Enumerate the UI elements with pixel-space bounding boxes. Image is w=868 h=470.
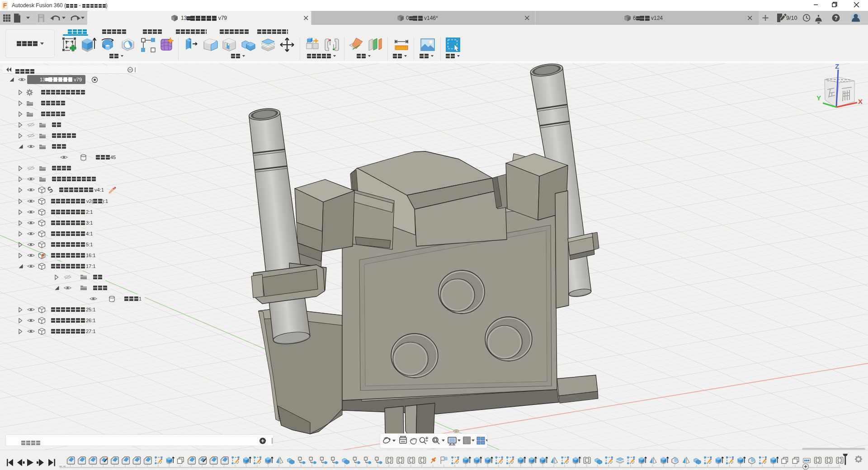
svg-text:Y: Y bbox=[816, 94, 821, 102]
svg-text:9/10: 9/10 bbox=[786, 15, 797, 21]
svg-text:X: X bbox=[858, 98, 863, 105]
svg-text:Z: Z bbox=[835, 62, 839, 70]
svg-text:?: ? bbox=[835, 15, 838, 21]
